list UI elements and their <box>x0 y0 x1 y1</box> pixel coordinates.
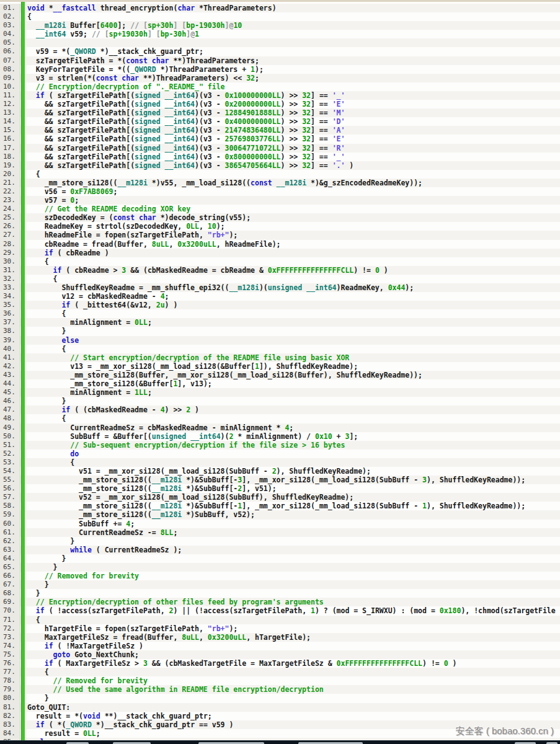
code-line[interactable]: 32. { <box>0 275 560 283</box>
code-line[interactable]: 70. if ( !access(szTargetFilePath, 2) ||… <box>0 606 560 615</box>
code-listing[interactable]: 01.void *__fastcall thread_encryption(ch… <box>0 4 560 744</box>
code-line[interactable]: 27. hReadmeFile = fopen(szTargetFilePath… <box>0 231 560 239</box>
bottom-scrollbar[interactable] <box>0 740 560 744</box>
code-line[interactable]: 78. // Removed for brevity <box>0 676 560 685</box>
code-line[interactable]: 31. if ( cbReadme > 3 && (cbMaskedReadme… <box>0 266 560 275</box>
code-line[interactable]: 06. v59 = *(_QWORD *)__stack_chk_guard_p… <box>0 47 560 56</box>
code-line[interactable]: 01.void *__fastcall thread_encryption(ch… <box>0 4 560 12</box>
code-line[interactable]: 64. } <box>0 554 560 563</box>
code-line[interactable]: 34. v12 = cbMaskedReadme - 4; <box>0 292 560 301</box>
line-number: 43. <box>0 371 20 379</box>
code-line[interactable]: 40. { <box>0 345 560 353</box>
line-number: 06. <box>0 47 20 56</box>
code-line[interactable]: 45. minAlignment = 1LL; <box>0 388 560 397</box>
code-line[interactable]: 41. // Start encryption/decryption of th… <box>0 353 560 362</box>
code-line[interactable]: 59. _mm_store_si128((__m128i *)SubBuff, … <box>0 510 560 519</box>
code-line[interactable]: 69. // Encryption/decryption of other fi… <box>0 598 560 606</box>
code-text: // Start encryption/decryption of the RE… <box>20 353 560 362</box>
code-line[interactable]: 22. v56 = 0xF7AB8069; <box>0 187 560 196</box>
code-line[interactable]: 26. ReadmeKey = strtol(szDecodedKey, 0LL… <box>0 222 560 231</box>
code-line[interactable]: 25. szDecodedKey = (const char *)decode_… <box>0 213 560 222</box>
code-line[interactable]: 67. } <box>0 580 560 589</box>
code-line[interactable]: 04. __int64 v59; // [sp+19030h] [bp-30h]… <box>0 30 560 38</box>
code-line[interactable]: 05. <box>0 38 560 47</box>
code-line[interactable]: 19. && szTargetFilePath[(signed __int64)… <box>0 161 560 170</box>
code-line[interactable]: 23. v57 = 0; <box>0 196 560 205</box>
code-line[interactable]: 09. v3 = strlen(*(const char **)ThreadPa… <box>0 74 560 82</box>
code-line[interactable]: 47. if ( (cbMaskedReadme - 4) >> 2 ) <box>0 405 560 414</box>
code-line[interactable]: 82. result = *(void **)__stack_chk_guard… <box>0 712 560 720</box>
code-line[interactable]: 02.{ <box>0 12 560 21</box>
code-line[interactable]: 63. while ( CurrentReadmeSz ); <box>0 546 560 554</box>
code-line[interactable]: 17. && szTargetFilePath[(signed __int64)… <box>0 144 560 153</box>
code-text: v52 = _mm_xor_si128(_mm_load_si128(SubBu… <box>20 493 560 502</box>
code-line[interactable]: 08. KeyForTargetFile = *((_QWORD *)Threa… <box>0 65 560 74</box>
code-line[interactable]: 77. { <box>0 668 560 676</box>
code-line[interactable]: 03. __m128i Buffer[6400]; // [sp+30h] [b… <box>0 21 560 30</box>
code-line[interactable]: 33. ShuffledKeyReadme = _mm_shuffle_epi3… <box>0 283 560 292</box>
line-number: 40. <box>0 345 20 353</box>
code-line[interactable]: 10. // Encryption/decryption of "._READM… <box>0 82 560 91</box>
code-line[interactable]: 71. { <box>0 616 560 624</box>
code-line[interactable]: 55. _mm_store_si128((__m128i *)&SubBuff[… <box>0 476 560 484</box>
code-line[interactable]: 37. minAlignment = 0LL; <box>0 318 560 327</box>
code-line[interactable]: 75. goto Goto_NextChunk; <box>0 650 560 659</box>
code-line[interactable]: 18. && szTargetFilePath[(signed __int64)… <box>0 153 560 161</box>
code-text: hTargetFile = fopen(szTargetFilePath, "r… <box>20 624 560 633</box>
code-line[interactable]: 73. MaxTargetFileSz = fread(Buffer, 8uLL… <box>0 633 560 642</box>
code-line[interactable]: 20. { <box>0 170 560 179</box>
code-line[interactable]: 14. && szTargetFilePath[(signed __int64)… <box>0 117 560 126</box>
code-line[interactable]: 12. && szTargetFilePath[(signed __int64)… <box>0 100 560 108</box>
code-line[interactable]: 65. } <box>0 563 560 572</box>
code-line[interactable]: 39. else <box>0 336 560 345</box>
code-text: // Encryption/decryption of "._README_" … <box>20 82 560 91</box>
code-line[interactable]: 56. _mm_store_si128((__m128i *)&SubBuff[… <box>0 484 560 493</box>
code-line[interactable]: 58. _mm_store_si128((__m128i *)&SubBuff[… <box>0 502 560 510</box>
code-line[interactable]: 80. } <box>0 694 560 702</box>
code-line[interactable]: 79. // Used the same algorithm in README… <box>0 685 560 694</box>
code-line[interactable]: 15. && szTargetFilePath[(signed __int64)… <box>0 126 560 135</box>
code-line[interactable]: 35. if ( _bittest64(&v12, 2u) ) <box>0 301 560 309</box>
code-line[interactable]: 51. // Sub-sequent encryption/decryption… <box>0 441 560 450</box>
code-line[interactable]: 52. do <box>0 450 560 458</box>
code-line[interactable]: 50. SubBuff = &Buffer[(unsigned __int64)… <box>0 432 560 441</box>
code-line[interactable]: 60. SubBuff += 4; <box>0 520 560 528</box>
code-line[interactable]: 48. { <box>0 414 560 423</box>
code-line[interactable]: 49. CurrentReadmeSz = cbMaskedReadme - m… <box>0 423 560 432</box>
code-line[interactable]: 13. && szTargetFilePath[(signed __int64)… <box>0 108 560 117</box>
code-line[interactable]: 28. cbReadme = fread(Buffer, 8uLL, 0x320… <box>0 240 560 249</box>
code-text: _mm_store_si128((__m128i *)&SubBuff[-1],… <box>20 502 560 510</box>
code-line[interactable]: 24. // Get the README decoding XOR key <box>0 205 560 213</box>
code-line[interactable]: 07. szTargetFilePath = *(const char **)T… <box>0 56 560 65</box>
code-line[interactable]: 29. if ( cbReadme ) <box>0 249 560 257</box>
code-line[interactable]: 44. _mm_store_si128(&Buffer[1], v13); <box>0 379 560 388</box>
code-line[interactable]: 76. if ( MaxTargetFileSz > 3 && (cbMaske… <box>0 659 560 668</box>
line-number: 33. <box>0 283 20 292</box>
code-line[interactable]: 68. } <box>0 589 560 598</box>
code-line[interactable]: 74. if ( !MaxTargetFileSz ) <box>0 642 560 650</box>
code-line[interactable]: 54. v51 = _mm_xor_si128(_mm_load_si128(S… <box>0 467 560 476</box>
code-line[interactable]: 46. } <box>0 397 560 405</box>
code-line[interactable]: 42. v13 = _mm_xor_si128(_mm_load_si128(&… <box>0 362 560 371</box>
code-text: // Sub-sequent encryption/decryption if … <box>20 441 560 450</box>
code-text: // Get the README decoding XOR key <box>20 205 560 213</box>
code-text: _mm_store_si128(Buffer, _mm_xor_si128(_m… <box>20 371 560 379</box>
line-number: 57. <box>0 493 20 502</box>
code-line[interactable]: 36. { <box>0 309 560 318</box>
code-line[interactable]: 81.Goto_QUIT: <box>0 703 560 712</box>
code-line[interactable]: 62. } <box>0 537 560 546</box>
code-line[interactable]: 61. CurrentReadmeSz -= 8LL; <box>0 528 560 537</box>
code-line[interactable]: 43. _mm_store_si128(Buffer, _mm_xor_si12… <box>0 371 560 379</box>
code-line[interactable]: 11. if ( szTargetFilePath[(signed __int6… <box>0 91 560 100</box>
line-number: 23. <box>0 196 20 205</box>
code-line[interactable]: 16. && szTargetFilePath[(signed __int64)… <box>0 135 560 143</box>
code-line[interactable]: 72. hTargetFile = fopen(szTargetFilePath… <box>0 624 560 633</box>
code-line[interactable]: 30. { <box>0 257 560 266</box>
code-line[interactable]: 53. { <box>0 458 560 467</box>
line-number: 70. <box>0 606 20 615</box>
code-line[interactable]: 66. // Removed for brevity <box>0 572 560 580</box>
code-line[interactable]: 57. v52 = _mm_xor_si128(_mm_load_si128(S… <box>0 493 560 502</box>
code-line[interactable]: 38. } <box>0 327 560 335</box>
code-text: { <box>20 257 560 266</box>
code-line[interactable]: 21. _mm_store_si128((__m128i *)v55, _mm_… <box>0 179 560 187</box>
